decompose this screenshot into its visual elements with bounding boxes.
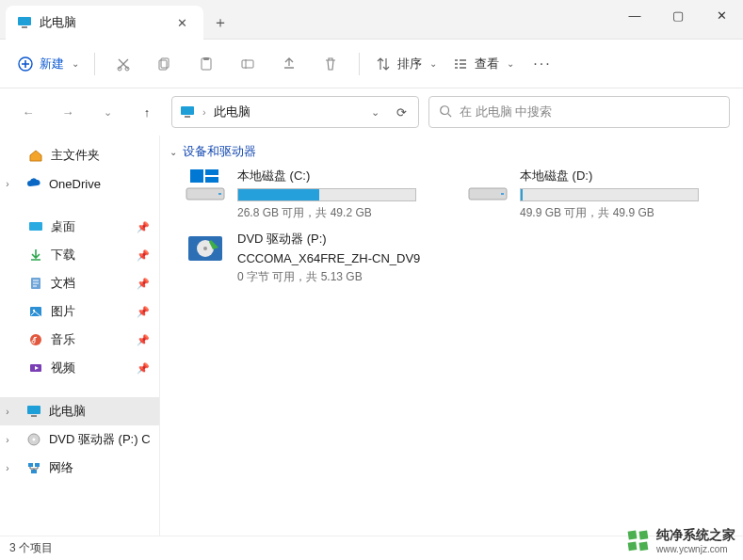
svg-rect-29 bbox=[205, 169, 218, 175]
close-window-button[interactable]: ✕ bbox=[700, 0, 743, 30]
separator bbox=[94, 53, 95, 75]
sidebar-item-label: 文档 bbox=[51, 275, 75, 292]
chevron-down-icon: ⌄ bbox=[507, 58, 514, 69]
search-placeholder: 在 此电脑 中搜索 bbox=[460, 104, 552, 120]
sort-button[interactable]: 排序 ⌄ bbox=[369, 47, 443, 81]
new-button[interactable]: 新建 ⌄ bbox=[11, 47, 85, 81]
drive-icon bbox=[183, 168, 228, 205]
svg-rect-24 bbox=[35, 463, 40, 467]
delete-button[interactable] bbox=[312, 47, 349, 81]
music-icon bbox=[28, 332, 43, 347]
sidebar-item-label: DVD 驱动器 (P:) C bbox=[49, 431, 150, 448]
svg-point-35 bbox=[203, 247, 207, 250]
monitor-icon bbox=[17, 15, 32, 30]
svg-point-12 bbox=[441, 105, 449, 114]
tab-thispc[interactable]: 此电脑 ✕ bbox=[6, 6, 203, 40]
svg-rect-32 bbox=[501, 193, 504, 195]
rename-button[interactable] bbox=[229, 47, 267, 81]
monitor-icon bbox=[180, 104, 195, 120]
view-button-label: 查看 bbox=[475, 56, 499, 72]
svg-rect-13 bbox=[29, 222, 42, 231]
separator bbox=[0, 198, 159, 213]
cloud-icon bbox=[26, 176, 41, 191]
sidebar-item-pictures[interactable]: 图片 📌 bbox=[0, 297, 159, 326]
video-icon bbox=[28, 360, 43, 376]
refresh-button[interactable]: ⟳ bbox=[393, 105, 411, 120]
svg-rect-11 bbox=[185, 116, 190, 118]
capacity-bar bbox=[237, 188, 416, 201]
up-button[interactable]: ↑ bbox=[132, 97, 162, 127]
sidebar-item-downloads[interactable]: 下载 📌 bbox=[0, 241, 159, 269]
group-header[interactable]: ⌄ 设备和驱动器 bbox=[168, 139, 735, 168]
drive-c[interactable]: 本地磁盘 (C:) 26.8 GB 可用，共 49.2 GB bbox=[183, 168, 446, 221]
address-text: 此电脑 bbox=[214, 104, 250, 120]
pin-icon: 📌 bbox=[137, 362, 150, 375]
sidebar-item-label: 音乐 bbox=[51, 331, 75, 348]
network-icon bbox=[26, 460, 41, 475]
sidebar-item-videos[interactable]: 视频 📌 bbox=[0, 354, 159, 382]
sidebar-item-thispc[interactable]: › 此电脑 bbox=[0, 397, 159, 425]
expand-icon[interactable]: › bbox=[2, 435, 13, 445]
sidebar-item-dvd[interactable]: › DVD 驱动器 (P:) C bbox=[0, 425, 159, 454]
paste-button[interactable] bbox=[187, 47, 225, 81]
view-button[interactable]: 查看 ⌄ bbox=[446, 47, 520, 81]
sidebar-item-onedrive[interactable]: › OneDrive bbox=[0, 169, 159, 198]
sidebar-item-documents[interactable]: 文档 📌 bbox=[0, 269, 159, 297]
pin-icon: 📌 bbox=[137, 306, 150, 318]
drive-meta: 0 字节 可用，共 5.13 GB bbox=[237, 269, 446, 285]
sidebar-item-label: 此电脑 bbox=[49, 403, 86, 420]
sidebar: 主文件夹 › OneDrive 桌面 📌 下载 📌 文档 📌 图片 📌 bbox=[0, 136, 160, 536]
drive-d[interactable]: 本地磁盘 (D:) 49.9 GB 可用，共 49.9 GB bbox=[465, 168, 729, 221]
chevron-right-icon: › bbox=[202, 106, 206, 118]
separator bbox=[359, 53, 360, 75]
drive-meta: 26.8 GB 可用，共 49.2 GB bbox=[237, 205, 446, 221]
tab-close-button[interactable]: ✕ bbox=[170, 10, 194, 35]
tab-title: 此电脑 bbox=[40, 14, 76, 31]
share-button[interactable] bbox=[270, 47, 308, 81]
capacity-bar bbox=[520, 188, 699, 201]
recent-dropdown[interactable]: ⌄ bbox=[92, 97, 122, 127]
sidebar-item-home[interactable]: 主文件夹 bbox=[0, 141, 159, 169]
address-bar[interactable]: › 此电脑 ⌄ ⟳ bbox=[171, 96, 419, 128]
content-area: ⌄ 设备和驱动器 本地磁盘 (C:) 26.8 GB 可用，共 49.2 GB bbox=[160, 136, 743, 536]
drive-meta: 49.9 GB 可用，共 49.9 GB bbox=[520, 205, 729, 221]
svg-point-22 bbox=[32, 438, 35, 440]
disc-icon bbox=[26, 432, 41, 447]
expand-icon[interactable]: › bbox=[2, 463, 13, 473]
drive-icon bbox=[465, 168, 510, 205]
svg-rect-10 bbox=[181, 106, 194, 115]
group-header-label: 设备和驱动器 bbox=[183, 143, 256, 160]
drive-sublabel: CCCOMA_X64FRE_ZH-CN_DV9 bbox=[237, 251, 446, 265]
expand-icon[interactable]: › bbox=[2, 179, 13, 189]
desktop-icon bbox=[28, 219, 43, 234]
sidebar-item-desktop[interactable]: 桌面 📌 bbox=[0, 213, 159, 241]
copy-button[interactable] bbox=[146, 47, 184, 81]
drive-name: 本地磁盘 (D:) bbox=[520, 168, 729, 184]
monitor-icon bbox=[26, 404, 41, 419]
home-icon bbox=[28, 148, 43, 163]
maximize-button[interactable]: ▢ bbox=[656, 0, 700, 30]
new-tab-button[interactable]: ＋ bbox=[203, 6, 237, 40]
svg-rect-23 bbox=[28, 463, 33, 467]
titlebar: 此电脑 ✕ ＋ — ▢ ✕ bbox=[0, 0, 743, 40]
expand-icon[interactable]: › bbox=[2, 407, 13, 417]
document-icon bbox=[28, 276, 43, 291]
more-button[interactable]: ··· bbox=[524, 47, 561, 81]
forward-button[interactable]: → bbox=[53, 97, 83, 127]
sidebar-item-label: 下载 bbox=[51, 247, 75, 264]
search-box[interactable]: 在 此电脑 中搜索 bbox=[428, 96, 730, 128]
address-dropdown[interactable]: ⌄ bbox=[365, 106, 385, 119]
svg-rect-0 bbox=[18, 17, 31, 25]
svg-rect-28 bbox=[190, 169, 203, 183]
sidebar-item-music[interactable]: 音乐 📌 bbox=[0, 326, 159, 354]
sidebar-item-network[interactable]: › 网络 bbox=[0, 454, 159, 482]
sidebar-item-label: 视频 bbox=[51, 360, 75, 376]
back-button[interactable]: ← bbox=[13, 97, 43, 127]
cut-button[interactable] bbox=[105, 47, 142, 81]
sidebar-item-label: 主文件夹 bbox=[51, 147, 100, 164]
drive-dvd[interactable]: DVD 驱动器 (P:) CCCOMA_X64FRE_ZH-CN_DV9 0 字… bbox=[183, 231, 446, 285]
minimize-button[interactable]: — bbox=[613, 0, 656, 30]
sidebar-item-label: OneDrive bbox=[49, 177, 101, 191]
sidebar-item-label: 网络 bbox=[49, 459, 73, 476]
svg-rect-9 bbox=[242, 60, 253, 68]
